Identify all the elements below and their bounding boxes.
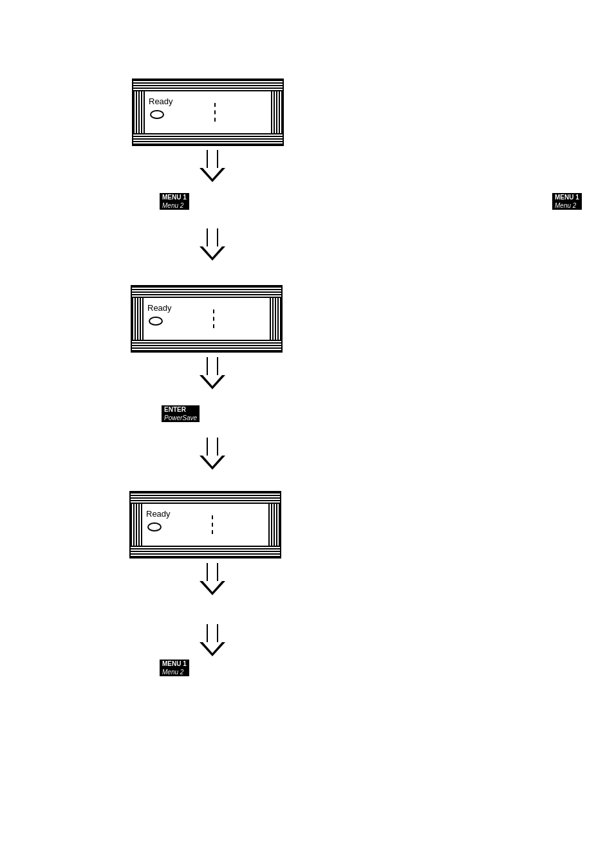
panel-left-lines-3 <box>131 504 142 546</box>
panel-left-lines-1 <box>133 91 145 133</box>
panel-divider-3 <box>212 515 213 534</box>
lcd-text-3: Ready <box>146 509 265 519</box>
menu-label-right: MENU 1 Menu 2 <box>552 193 582 210</box>
arrow-head-6 <box>200 642 225 656</box>
arrow-head-inner-4 <box>203 456 222 466</box>
panel-right-lines-3 <box>268 504 280 546</box>
panel-bottom-lines-3 <box>131 546 280 557</box>
lcd-circle-3 <box>147 522 162 531</box>
panel-right-lines-1 <box>271 91 283 133</box>
panel-right-lines-2 <box>270 298 281 340</box>
arrow-head-4 <box>200 456 225 470</box>
panel-top-lines-3 <box>131 492 280 504</box>
arrow-shaft-2 <box>207 228 218 246</box>
panel-bottom-lines-1 <box>133 133 283 145</box>
arrow-1 <box>200 150 225 182</box>
arrow-head-inner-1 <box>203 168 222 179</box>
menu-top-right: MENU 1 <box>552 193 582 201</box>
lcd-text-1: Ready <box>149 97 267 106</box>
arrow-3 <box>200 357 225 389</box>
arrow-4 <box>200 438 225 470</box>
lcd-panel-3: Ready <box>129 491 281 559</box>
arrow-head-inner-3 <box>203 375 222 386</box>
menu-bottom-2: Menu 2 <box>160 668 189 676</box>
lcd-text-2: Ready <box>147 303 266 313</box>
arrow-head-inner-2 <box>203 246 222 257</box>
panel-top-lines-1 <box>133 80 283 91</box>
arrow-head-5 <box>200 581 225 595</box>
menu-top-2: MENU 1 <box>160 660 189 668</box>
panel-divider-2 <box>213 309 214 328</box>
arrow-6 <box>200 624 225 656</box>
lcd-circle-2 <box>149 317 163 326</box>
menu-top-1: MENU 1 <box>160 193 189 201</box>
arrow-head-3 <box>200 375 225 389</box>
arrow-head-inner-6 <box>203 642 222 653</box>
arrow-5 <box>200 563 225 595</box>
arrow-head-2 <box>200 246 225 261</box>
arrow-shaft-1 <box>207 150 218 168</box>
enter-bottom: PowerSave <box>162 414 200 422</box>
enter-top: ENTER <box>162 405 200 414</box>
lcd-circle-1 <box>150 110 164 119</box>
menu-bottom-1: Menu 2 <box>160 201 189 210</box>
panel-divider-1 <box>214 103 216 122</box>
arrow-2 <box>200 228 225 261</box>
panel-left-lines-2 <box>132 298 144 340</box>
arrow-shaft-5 <box>207 563 218 581</box>
arrow-head-inner-5 <box>203 581 222 592</box>
lcd-panel-1: Ready <box>132 78 284 146</box>
menu-label-2: MENU 1 Menu 2 <box>160 660 189 676</box>
menu-bottom-right: Menu 2 <box>552 201 582 210</box>
panel-bottom-lines-2 <box>132 340 281 351</box>
panel-top-lines-2 <box>132 286 281 298</box>
lcd-panel-2: Ready <box>131 285 283 353</box>
arrow-shaft-4 <box>207 438 218 456</box>
menu-label-1: MENU 1 Menu 2 <box>160 193 189 210</box>
arrow-shaft-3 <box>207 357 218 375</box>
arrow-head-1 <box>200 168 225 182</box>
enter-label: ENTER PowerSave <box>162 405 200 422</box>
arrow-shaft-6 <box>207 624 218 642</box>
